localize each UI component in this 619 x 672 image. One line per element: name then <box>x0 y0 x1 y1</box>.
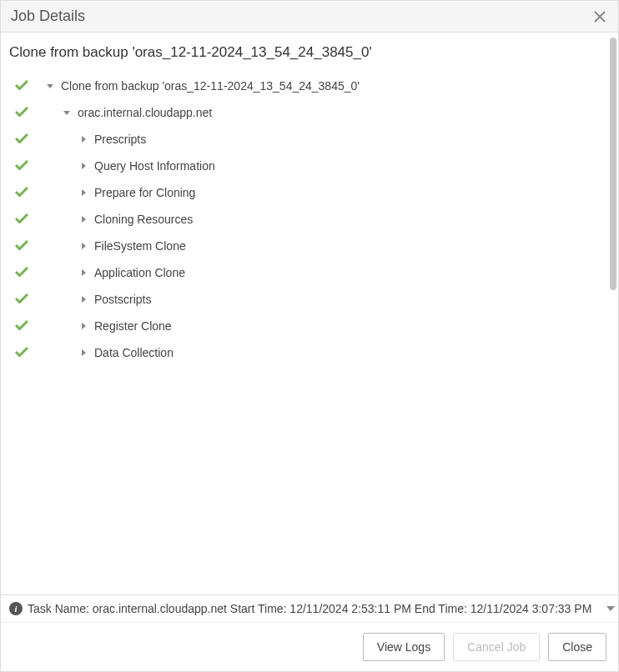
job-details-dialog: Job Details Clone from backup 'oras_12-1… <box>0 0 619 672</box>
svg-marker-10 <box>82 296 86 303</box>
job-subtitle: Clone from backup 'oras_12-11-2024_13_54… <box>9 41 606 73</box>
status-success-icon <box>9 159 34 173</box>
tree-row[interactable]: Prepare for Cloning <box>9 179 606 206</box>
chevron-right-icon[interactable] <box>78 163 89 169</box>
job-tree: Clone from backup 'oras_12-11-2024_13_54… <box>9 73 606 366</box>
view-logs-button[interactable]: View Logs <box>363 633 445 661</box>
svg-marker-9 <box>82 269 86 276</box>
tree-row[interactable]: Register Clone <box>9 313 606 339</box>
content-area: Clone from backup 'oras_12-11-2024_13_54… <box>1 33 618 594</box>
status-success-icon <box>9 293 34 306</box>
cancel-job-button: Cancel Job <box>453 633 540 661</box>
status-success-icon <box>9 79 34 93</box>
tree-row[interactable]: Data Collection <box>9 339 606 366</box>
svg-marker-8 <box>82 243 86 249</box>
scrollbar-thumb[interactable] <box>610 38 616 290</box>
tree-row[interactable]: Postscripts <box>9 286 606 313</box>
tree-label: orac.internal.cloudapp.net <box>78 106 212 119</box>
tree-label: FileSystem Clone <box>94 239 186 253</box>
svg-marker-5 <box>82 163 86 169</box>
dialog-header: Job Details <box>1 1 618 33</box>
button-bar: View Logs Cancel Job Close <box>1 622 618 671</box>
tree-row[interactable]: Prescripts <box>9 126 606 153</box>
tree-row[interactable]: orac.internal.cloudapp.net <box>9 99 606 126</box>
chevron-down-icon[interactable] <box>61 109 73 116</box>
dialog-title: Job Details <box>11 8 85 25</box>
tree-row[interactable]: Query Host Information <box>9 153 606 179</box>
tree-row[interactable]: FileSystem Clone <box>9 233 606 259</box>
tree-label: Cloning Resources <box>94 213 193 226</box>
status-success-icon <box>9 239 34 253</box>
tree-row[interactable]: Clone from backup 'oras_12-11-2024_13_54… <box>9 73 606 99</box>
tree-row[interactable]: Application Clone <box>9 259 606 286</box>
tree-label: Application Clone <box>94 266 185 279</box>
tree-label: Prescripts <box>94 133 146 146</box>
chevron-right-icon[interactable] <box>78 136 89 143</box>
svg-marker-11 <box>82 323 86 329</box>
chevron-right-icon[interactable] <box>78 323 89 329</box>
tree-label: Register Clone <box>94 319 172 333</box>
tree-label: Clone from backup 'oras_12-11-2024_13_54… <box>61 79 360 93</box>
status-success-icon <box>9 319 34 333</box>
chevron-down-icon[interactable] <box>44 83 56 89</box>
chevron-right-icon[interactable] <box>78 296 89 303</box>
status-success-icon <box>9 186 34 199</box>
status-success-icon <box>9 106 34 119</box>
tree-label: Prepare for Cloning <box>94 186 195 199</box>
status-bar: i Task Name: orac.internal.cloudapp.net … <box>1 594 618 622</box>
status-success-icon <box>9 266 34 279</box>
scroll-down-icon[interactable] <box>606 606 615 611</box>
chevron-right-icon[interactable] <box>78 189 89 196</box>
status-text: Task Name: orac.internal.cloudapp.net St… <box>28 602 591 615</box>
svg-marker-12 <box>82 349 86 356</box>
chevron-right-icon[interactable] <box>78 269 89 276</box>
chevron-right-icon[interactable] <box>78 243 89 249</box>
tree-row[interactable]: Cloning Resources <box>9 206 606 233</box>
svg-marker-7 <box>82 216 86 223</box>
info-icon: i <box>9 602 23 615</box>
close-icon[interactable] <box>591 8 608 25</box>
tree-label: Data Collection <box>94 346 174 359</box>
chevron-right-icon[interactable] <box>78 216 89 223</box>
chevron-right-icon[interactable] <box>78 349 89 356</box>
svg-marker-6 <box>82 189 86 196</box>
tree-label: Query Host Information <box>94 159 215 173</box>
status-success-icon <box>9 133 34 146</box>
status-success-icon <box>9 213 34 226</box>
status-success-icon <box>9 346 34 359</box>
svg-marker-3 <box>63 111 70 115</box>
scroll-area[interactable]: Clone from backup 'oras_12-11-2024_13_54… <box>1 33 606 594</box>
svg-marker-4 <box>82 136 86 143</box>
tree-label: Postscripts <box>94 293 151 306</box>
svg-marker-2 <box>47 84 53 88</box>
close-button[interactable]: Close <box>548 633 606 661</box>
